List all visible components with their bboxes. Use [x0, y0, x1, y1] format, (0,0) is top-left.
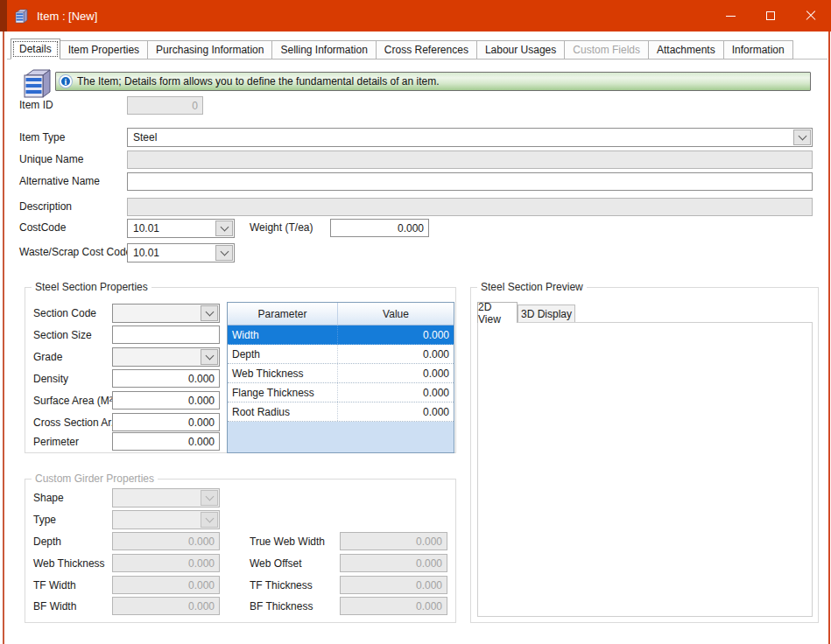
girder-web-thickness-field: [112, 554, 220, 572]
cross-section-area-label: Cross Section Ar...: [33, 416, 120, 429]
app-icon: [14, 9, 29, 24]
density-field[interactable]: [112, 369, 220, 388]
tf-thickness-field: [340, 576, 447, 594]
section-code-combo[interactable]: [112, 304, 220, 323]
value-column-header[interactable]: Value: [338, 303, 454, 325]
alternative-name-field[interactable]: [127, 172, 813, 191]
tab-custom-fields: Custom Fields: [565, 40, 649, 60]
cost-code-dropdown-button[interactable]: [215, 220, 233, 236]
perimeter-label: Perimeter: [33, 436, 79, 448]
tab-item-properties[interactable]: Item Properties: [60, 40, 148, 60]
tab-details[interactable]: Details: [11, 38, 60, 60]
cost-code-label: CostCode: [19, 221, 66, 234]
info-banner: i The Item; Details form allows you to d…: [55, 72, 811, 91]
preview-2d-canvas: [477, 322, 813, 617]
density-label: Density: [33, 373, 68, 385]
shape-dropdown-button: [201, 490, 218, 506]
grade-label: Grade: [33, 351, 62, 363]
tabstrip: Details Item Properties Purchasing Infor…: [11, 38, 793, 60]
cost-code-combo[interactable]: 10.01: [127, 219, 235, 238]
cross-section-area-field[interactable]: [112, 413, 220, 431]
steel-section-preview-title: Steel Section Preview: [477, 281, 587, 293]
close-icon: [806, 10, 816, 21]
custom-girder-properties-title: Custom Girder Properties: [32, 472, 158, 485]
item-icon: [21, 68, 53, 100]
table-row-depth[interactable]: Depth 0.000: [228, 345, 454, 364]
parameter-column-header[interactable]: Parameter: [228, 303, 338, 325]
description-field: [127, 198, 813, 216]
description-label: Description: [19, 200, 72, 213]
grade-combo[interactable]: [112, 347, 220, 367]
weight-label: Weight (T/ea): [250, 221, 313, 234]
web-offset-label: Web Offset: [250, 557, 302, 570]
girder-depth-label: Depth: [33, 536, 61, 548]
tf-width-field: [112, 576, 220, 594]
item-type-combo[interactable]: Steel: [127, 128, 813, 147]
weight-field[interactable]: [330, 219, 429, 237]
table-row-flange-thickness[interactable]: Flange Thickness 0.000: [228, 383, 454, 402]
steel-section-properties-title: Steel Section Properties: [32, 281, 151, 293]
preview-tab-2d-view[interactable]: 2D View: [477, 302, 518, 323]
web-offset-field: [340, 554, 447, 572]
tab-purchasing-information[interactable]: Purchasing Information: [148, 40, 272, 60]
parameters-table-header: Parameter Value: [228, 303, 454, 326]
bf-width-field: [112, 597, 220, 615]
bf-width-label: BF Width: [33, 600, 76, 612]
chevron-down-icon: [220, 248, 229, 256]
item-type-dropdown-button[interactable]: [793, 130, 811, 145]
chevron-down-icon: [205, 352, 214, 360]
type-label: Type: [33, 514, 56, 526]
tab-selling-information[interactable]: Selling Information: [272, 40, 376, 60]
true-web-width-label: True Web Width: [250, 536, 325, 548]
type-combo: [112, 510, 220, 529]
girder-web-thickness-label: Web Thickness: [33, 557, 105, 570]
tab-attachments[interactable]: Attachments: [649, 40, 724, 60]
bf-thickness-label: BF Thickness: [250, 600, 313, 612]
window-left-border: [0, 32, 7, 644]
surface-area-field[interactable]: [112, 391, 220, 410]
window-right-border: [827, 32, 831, 644]
type-dropdown-button: [201, 512, 218, 528]
section-code-label: Section Code: [33, 307, 96, 319]
parameters-table: Parameter Value Width 0.000 Depth 0.000 …: [227, 302, 454, 453]
chevron-down-icon: [205, 493, 214, 501]
waste-cost-code-dropdown-button[interactable]: [215, 245, 233, 261]
maximize-icon: [766, 11, 775, 20]
table-row-width[interactable]: Width 0.000: [228, 326, 454, 345]
surface-area-label: Surface Area (M²): [33, 395, 116, 407]
chevron-down-icon: [220, 223, 229, 232]
true-web-width-field: [340, 532, 447, 550]
tab-labour-usages[interactable]: Labour Usages: [477, 40, 565, 60]
tf-thickness-label: TF Thickness: [250, 579, 313, 592]
waste-cost-code-combo[interactable]: 10.01: [127, 243, 235, 262]
chevron-down-icon: [205, 308, 214, 317]
shape-label: Shape: [33, 492, 64, 504]
item-type-label: Item Type: [19, 131, 65, 144]
preview-tab-3d-display[interactable]: 3D Display: [518, 304, 575, 323]
window-title: Item : [New]: [37, 10, 97, 23]
chevron-down-icon: [205, 514, 214, 523]
bf-thickness-field: [340, 597, 447, 615]
table-row-web-thickness[interactable]: Web Thickness 0.000: [228, 364, 454, 383]
section-size-label: Section Size: [33, 329, 92, 341]
grade-dropdown-button[interactable]: [201, 349, 218, 365]
maximize-button[interactable]: [750, 0, 790, 32]
tab-cross-references[interactable]: Cross References: [377, 40, 477, 60]
tf-width-label: TF Width: [33, 579, 76, 592]
close-button[interactable]: [790, 0, 831, 32]
info-icon: i: [60, 75, 72, 88]
tab-information[interactable]: Information: [724, 40, 793, 60]
section-size-field[interactable]: [112, 326, 220, 344]
minimize-icon: [726, 16, 736, 17]
chevron-down-icon: [798, 132, 806, 141]
alternative-name-label: Alternative Name: [19, 175, 100, 187]
perimeter-field[interactable]: [112, 432, 220, 451]
unique-name-field: [127, 150, 813, 169]
shape-combo: [112, 488, 220, 508]
section-code-dropdown-button[interactable]: [201, 305, 218, 321]
item-id-field: [127, 96, 203, 115]
window-corner-decor: [0, 0, 7, 32]
table-row-root-radius[interactable]: Root Radius 0.000: [228, 402, 454, 422]
titlebar[interactable]: Item : [New]: [7, 0, 831, 32]
minimize-button[interactable]: [711, 0, 750, 32]
